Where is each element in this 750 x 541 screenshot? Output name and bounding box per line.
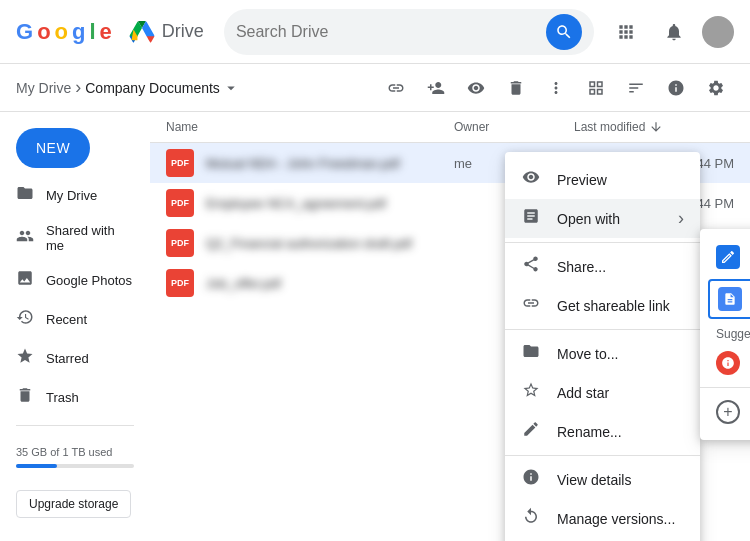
upgrade-button[interactable]: Upgrade storage <box>16 490 131 518</box>
apps-button[interactable] <box>606 12 646 52</box>
view-details-label: View details <box>557 472 684 488</box>
notifications-button[interactable] <box>654 12 694 52</box>
info-icon <box>667 79 685 97</box>
file-list-header: Name Owner Last modified <box>150 112 750 143</box>
menu-item-share[interactable]: Share... <box>505 247 700 286</box>
sort-icon <box>627 79 645 97</box>
grid-view-button[interactable] <box>578 70 614 106</box>
preview-menu-icon <box>521 168 541 191</box>
search-button[interactable] <box>546 14 582 50</box>
drive-icon <box>128 21 156 43</box>
sort-button[interactable] <box>618 70 654 106</box>
submenu-item-lumin[interactable]: Lumin PDF <box>700 343 750 383</box>
move-menu-icon <box>521 342 541 365</box>
google-docs-icon <box>718 287 742 311</box>
pdf-file-icon: PDF <box>166 189 194 217</box>
file-name: Q2_Financial authorization draft.pdf <box>206 236 454 251</box>
avatar[interactable] <box>702 16 734 48</box>
preview-label: Preview <box>557 172 684 188</box>
submenu-divider <box>700 387 750 388</box>
link-button[interactable] <box>378 70 414 106</box>
rename-menu-icon <box>521 420 541 443</box>
menu-item-add-star[interactable]: Add star <box>505 373 700 412</box>
menu-item-open-with[interactable]: Open with › HelloSign Google Docs <box>505 199 700 238</box>
app-header: Google Drive <box>0 0 750 64</box>
sidebar-item-recent-label: Recent <box>46 312 87 327</box>
settings-icon <box>707 79 725 97</box>
add-person-button[interactable] <box>418 70 454 106</box>
sidebar-item-starred[interactable]: Starred <box>0 339 150 378</box>
info-button[interactable] <box>658 70 694 106</box>
sidebar-item-photos[interactable]: Google Photos <box>0 261 150 300</box>
move-to-label: Move to... <box>557 346 684 362</box>
delete-icon <box>507 79 525 97</box>
link-icon <box>387 79 405 97</box>
preview-button[interactable] <box>458 70 494 106</box>
more-button[interactable] <box>538 70 574 106</box>
storage-bar <box>16 464 57 468</box>
pdf-file-icon: PDF <box>166 149 194 177</box>
menu-item-manage-versions[interactable]: Manage versions... <box>505 499 700 538</box>
new-button[interactable]: NEW <box>16 128 90 168</box>
toolbar-actions <box>378 70 734 106</box>
drive-logo: Drive <box>128 21 204 43</box>
file-name: Job_offer.pdf <box>206 276 454 291</box>
sidebar-item-recent[interactable]: Recent <box>0 300 150 339</box>
shared-icon <box>16 227 34 250</box>
file-name: Employee NCA_agreement.pdf <box>206 196 454 211</box>
settings-button[interactable] <box>698 70 734 106</box>
menu-divider-2 <box>505 329 700 330</box>
submenu: HelloSign Google Docs Suggested apps <box>700 229 750 440</box>
eye-icon <box>467 79 485 97</box>
sidebar-item-my-drive[interactable]: My Drive <box>0 176 150 215</box>
add-person-icon <box>427 79 445 97</box>
open-with-label: Open with <box>557 211 662 227</box>
col-name-header: Name <box>166 120 454 134</box>
trash-icon <box>16 386 34 409</box>
file-list: Name Owner Last modified PDF Mutual NDA … <box>150 112 750 541</box>
menu-item-shareable-link[interactable]: Get shareable link <box>505 286 700 325</box>
sidebar-item-trash-label: Trash <box>46 390 79 405</box>
menu-item-preview[interactable]: Preview <box>505 160 700 199</box>
sidebar-item-shared[interactable]: Shared with me <box>0 215 150 261</box>
breadcrumb-current[interactable]: Company Documents <box>85 79 240 97</box>
chevron-icon: › <box>75 77 81 98</box>
starred-icon <box>16 347 34 370</box>
photos-icon <box>16 269 34 292</box>
share-label: Share... <box>557 259 684 275</box>
delete-button[interactable] <box>498 70 534 106</box>
search-icon <box>555 23 573 41</box>
col-owner-header: Owner <box>454 120 574 134</box>
open-with-menu-icon <box>521 207 541 230</box>
apps-icon <box>616 22 636 42</box>
grid-icon <box>587 79 605 97</box>
rename-label: Rename... <box>557 424 684 440</box>
connect-icon: + <box>716 400 740 424</box>
file-name: Mutual NDA - John Freedman.pdf <box>206 156 454 171</box>
submenu-item-hellosign[interactable]: HelloSign <box>700 237 750 277</box>
sidebar-item-photos-label: Google Photos <box>46 273 132 288</box>
suggested-section: Suggested apps <box>700 321 750 343</box>
breadcrumb-home[interactable]: My Drive <box>16 80 71 96</box>
drive-text: Drive <box>162 21 204 42</box>
submenu-item-connect[interactable]: + Connect more apps <box>700 392 750 432</box>
hellosign-icon <box>716 245 740 269</box>
sidebar-divider <box>16 425 134 426</box>
col-modified-header: Last modified <box>574 120 734 134</box>
search-bar[interactable] <box>224 9 594 55</box>
menu-item-rename[interactable]: Rename... <box>505 412 700 451</box>
search-input[interactable] <box>236 23 436 41</box>
sort-asc-icon <box>649 120 663 134</box>
context-menu: Preview Open with › HelloSign <box>505 152 700 541</box>
manage-versions-label: Manage versions... <box>557 511 684 527</box>
sidebar-item-starred-label: Starred <box>46 351 89 366</box>
add-star-label: Add star <box>557 385 684 401</box>
menu-item-view-details[interactable]: View details <box>505 460 700 499</box>
sidebar: NEW My Drive Shared with me Google Photo… <box>0 112 150 541</box>
sidebar-item-trash[interactable]: Trash <box>0 378 150 417</box>
link-menu-icon <box>521 294 541 317</box>
submenu-item-google-docs[interactable]: Google Docs <box>708 279 750 319</box>
menu-item-move-to[interactable]: Move to... <box>505 334 700 373</box>
pdf-file-icon: PDF <box>166 229 194 257</box>
share-menu-icon <box>521 255 541 278</box>
